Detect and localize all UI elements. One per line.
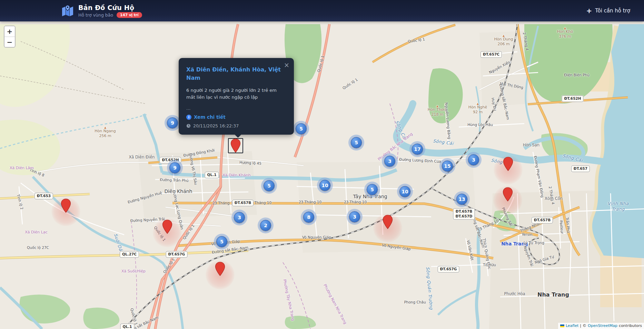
cluster-marker[interactable]: 3 [382,153,398,169]
clock-icon [186,124,191,128]
cluster-marker[interactable]: 10 [397,184,413,200]
cluster-marker[interactable]: 9 [165,115,180,131]
cluster-marker[interactable]: 5 [261,178,277,194]
cluster-marker[interactable]: 3 [231,210,247,225]
rescue-pin-marker[interactable] [162,220,172,235]
cluster-marker[interactable]: 10 [317,177,333,193]
rescue-pin-marker[interactable] [503,187,513,203]
selected-rescue-pin-marker[interactable] [230,138,241,154]
osm-link[interactable]: OpenStreetMap [588,323,617,328]
cluster-count: 5 [264,180,275,191]
popup-title: Xã Diên Điền, Khánh Hòa, Việt Nam [186,66,286,82]
cluster-count: 2 [260,220,271,231]
cluster-count: 5 [367,184,378,195]
cluster-count: 13 [456,194,467,205]
cluster-marker[interactable]: 5 [293,121,309,137]
cluster-marker[interactable]: 3 [347,209,363,225]
cluster-marker[interactable]: 17 [409,141,425,157]
need-help-button[interactable]: + Tôi cần hỗ trợ [586,7,630,14]
zoom-control: + − [4,26,16,48]
rescue-pin-marker[interactable] [215,262,225,278]
ukraine-flag-icon [560,325,564,327]
location-count-badge: 147 vị trí [117,12,142,18]
map-attribution: Leaflet | © OpenStreetMap contributors [558,323,644,329]
app-header: Bản Đồ Cứu Hộ Hỗ trợ vùng bão 147 vị trí… [0,0,644,21]
cluster-count: 9 [169,162,180,173]
brand: Bản Đồ Cứu Hộ Hỗ trợ vùng bão 147 vị trí [61,4,142,18]
map-canvas[interactable] [0,0,644,329]
cluster-marker[interactable]: 15 [439,158,455,174]
cluster-marker[interactable]: 8 [301,209,317,225]
location-popup: × Xã Diên Điền, Khánh Hòa, Việt Nam 6 ng… [179,58,294,135]
rescue-pin-marker[interactable] [503,157,513,173]
app: Quốc lộ 1Quốc lộ 1Quốc lộ 1Hòn Dung 206 … [0,0,644,329]
popup-timestamp-row: 20/11/2025 16:22:37 [186,123,286,128]
copyright-symbol: © [583,323,586,328]
cluster-marker[interactable]: 5 [214,234,230,250]
rescue-pin-marker[interactable] [61,199,71,214]
app-title: Bản Đồ Cứu Hộ [78,4,142,11]
rescue-map-logo-icon [61,5,74,16]
cluster-count: 3 [468,154,479,165]
cluster-count: 15 [442,161,453,172]
cluster-marker[interactable]: 9 [167,160,183,176]
cluster-count: 5 [216,236,227,247]
cluster-count: 3 [384,156,395,167]
leaflet-link[interactable]: Leaflet [566,323,578,328]
need-help-label: Tôi cần hỗ trợ [595,8,630,14]
map-tiles [0,0,644,329]
popup-description: 6 người 2 người già 2 người lớn 2 trẻ em… [186,87,286,101]
cluster-count: 17 [412,144,423,155]
cluster-marker[interactable]: 5 [364,182,380,197]
urban-area [138,151,257,218]
brand-subtitle-row: Hỗ trợ vùng bão 147 vị trí [78,12,142,18]
cluster-count: 10 [399,186,410,197]
zoom-out-button[interactable]: − [4,37,15,47]
brand-text: Bản Đồ Cứu Hộ Hỗ trợ vùng bão 147 vị trí [78,4,142,18]
cluster-marker[interactable]: 5 [348,135,364,151]
plus-icon: + [586,7,592,14]
cluster-count: 9 [167,117,178,128]
cluster-count: 10 [319,180,330,191]
attribution-divider: | [580,323,581,328]
popup-ellipsis: ... [186,106,286,111]
info-icon: i [186,115,191,120]
app-subtitle: Hỗ trợ vùng bão [78,12,113,18]
popup-timestamp: 20/11/2025 16:22:37 [193,123,239,128]
cluster-marker[interactable]: 3 [466,152,482,168]
cluster-count: 5 [296,123,307,134]
cluster-marker[interactable]: 13 [454,191,470,207]
cluster-marker[interactable]: 2 [258,217,274,233]
rescue-pin-marker[interactable] [383,215,393,231]
cluster-count: 5 [351,137,362,148]
attribution-suffix: contributors [619,323,642,328]
view-details-link[interactable]: i Xem chi tiết [186,114,286,120]
view-details-label: Xem chi tiết [194,114,226,120]
cluster-count: 8 [303,212,314,223]
cluster-count: 3 [234,212,245,223]
cluster-count: 3 [349,211,360,222]
zoom-in-button[interactable]: + [4,26,15,37]
popup-close-icon[interactable]: × [284,61,289,69]
